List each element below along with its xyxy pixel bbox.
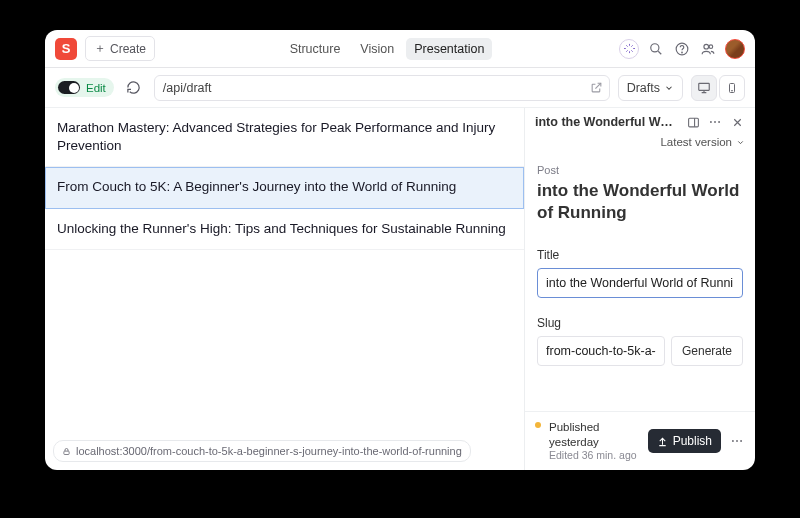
mobile-view-button[interactable] — [719, 75, 745, 101]
preview-pane: Marathon Mastery: Advanced Strategies fo… — [45, 108, 525, 470]
plus-icon: ＋ — [94, 40, 106, 57]
preview-toolbar: Edit /api/draft Drafts — [45, 68, 755, 108]
svg-point-13 — [732, 440, 734, 442]
kind-label: Post — [537, 164, 743, 176]
post-item[interactable]: Unlocking the Runner's High: Tips and Te… — [45, 209, 524, 250]
post-item[interactable]: From Couch to 5K: A Beginner's Journey i… — [45, 167, 524, 208]
svg-point-12 — [718, 121, 720, 123]
external-link-icon[interactable] — [590, 81, 603, 94]
user-avatar[interactable] — [725, 39, 745, 59]
status-text: Published yesterday Edited 36 min. ago — [549, 420, 640, 462]
top-right-icons — [619, 39, 745, 59]
preview-full-url: localhost:3000/from-couch-to-5k-a-beginn… — [76, 445, 462, 457]
more-icon[interactable] — [729, 433, 745, 449]
desktop-view-button[interactable] — [691, 75, 717, 101]
svg-point-7 — [732, 90, 733, 91]
svg-point-14 — [736, 440, 738, 442]
document-title: into the Wonderful World of Running — [537, 180, 743, 224]
preview-url-input[interactable]: /api/draft — [154, 75, 610, 101]
svg-rect-9 — [688, 118, 698, 127]
sparkle-icon[interactable] — [619, 39, 639, 59]
generate-slug-button[interactable]: Generate — [671, 336, 743, 366]
status-dot-icon — [535, 422, 541, 428]
create-label: Create — [110, 42, 146, 56]
more-icon[interactable] — [707, 114, 723, 130]
app-logo[interactable]: S — [55, 38, 77, 60]
svg-point-3 — [704, 44, 709, 49]
inspector-header: into the Wonderful World of R… — [525, 108, 755, 134]
toggle-switch-icon — [58, 81, 80, 94]
device-buttons — [691, 75, 745, 101]
inspector-title: into the Wonderful World of R… — [535, 115, 679, 129]
tab-structure[interactable]: Structure — [282, 38, 349, 60]
title-input[interactable] — [537, 268, 743, 298]
title-field-label: Title — [537, 248, 743, 262]
drafts-label: Drafts — [627, 81, 660, 95]
version-selector[interactable]: Latest version — [525, 134, 755, 156]
create-button[interactable]: ＋ Create — [85, 36, 155, 61]
drafts-dropdown[interactable]: Drafts — [618, 75, 683, 101]
inspector-footer: Published yesterday Edited 36 min. ago P… — [525, 411, 755, 470]
inspector-body: Post into the Wonderful World of Running… — [525, 156, 755, 411]
topbar: S ＋ Create Structure Vision Presentation — [45, 30, 755, 68]
lock-icon — [62, 447, 71, 456]
split-view-icon[interactable] — [685, 114, 701, 130]
publish-button[interactable]: Publish — [648, 429, 721, 453]
slug-row: Generate — [537, 336, 743, 366]
version-label: Latest version — [660, 136, 732, 148]
slug-field-label: Slug — [537, 316, 743, 330]
tab-vision[interactable]: Vision — [352, 38, 402, 60]
svg-point-10 — [710, 121, 712, 123]
inspector-pane: into the Wonderful World of R… Latest ve… — [525, 108, 755, 470]
svg-point-15 — [740, 440, 742, 442]
svg-point-11 — [714, 121, 716, 123]
tab-presentation[interactable]: Presentation — [406, 38, 492, 60]
edit-toggle-label: Edit — [86, 82, 106, 94]
svg-rect-8 — [64, 451, 69, 454]
preview-url-value: /api/draft — [163, 81, 212, 95]
preview-url-pill[interactable]: localhost:3000/from-couch-to-5k-a-beginn… — [53, 440, 471, 462]
publish-label: Publish — [673, 434, 712, 448]
publish-icon — [657, 436, 668, 447]
app-window: S ＋ Create Structure Vision Presentation… — [45, 30, 755, 470]
svg-point-0 — [651, 43, 659, 51]
search-icon[interactable] — [647, 40, 665, 58]
chevron-down-icon — [736, 138, 745, 147]
main-area: Marathon Mastery: Advanced Strategies fo… — [45, 108, 755, 470]
svg-point-2 — [682, 52, 683, 53]
close-icon[interactable] — [729, 114, 745, 130]
post-item[interactable]: Marathon Mastery: Advanced Strategies fo… — [45, 108, 524, 167]
edited-status: Edited 36 min. ago — [549, 449, 640, 462]
workspace-tabs: Structure Vision Presentation — [155, 38, 619, 60]
help-icon[interactable] — [673, 40, 691, 58]
slug-input[interactable] — [537, 336, 665, 366]
post-list: Marathon Mastery: Advanced Strategies fo… — [45, 108, 524, 432]
svg-rect-5 — [699, 83, 710, 90]
users-icon[interactable] — [699, 40, 717, 58]
published-status: Published yesterday — [549, 420, 640, 449]
svg-point-4 — [709, 44, 713, 48]
refresh-button[interactable] — [122, 76, 146, 100]
edit-toggle[interactable]: Edit — [55, 78, 114, 97]
chevron-down-icon — [664, 83, 674, 93]
